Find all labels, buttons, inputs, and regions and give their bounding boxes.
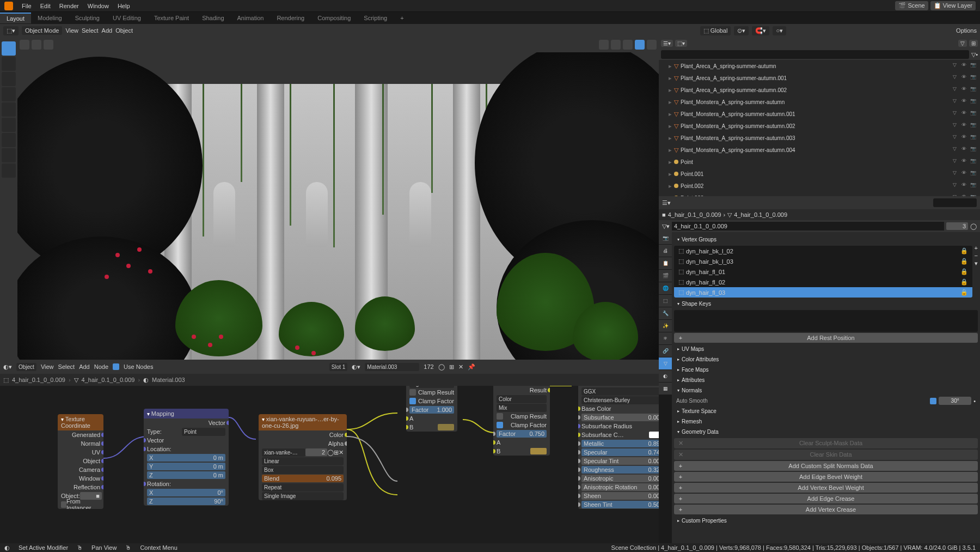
node-menu-add[interactable]: Add [79, 363, 90, 370]
toolbar-object[interactable]: Object [115, 27, 133, 34]
editor-type-icon[interactable]: ⬚▾ [3, 26, 19, 35]
add-vertex-crease-button[interactable]: +Add Vertex Crease [674, 505, 978, 514]
hide-render-icon[interactable]: 📷 [970, 146, 978, 154]
fake-user-icon[interactable]: ◯ [438, 363, 445, 371]
outliner-editor-icon[interactable]: ☰▾ [661, 40, 673, 47]
panel-remesh[interactable]: Remesh [674, 416, 978, 427]
hide-viewport-icon[interactable]: 👁 [961, 182, 969, 190]
crumb-material[interactable]: Material.003 [152, 377, 185, 383]
hide-render-icon[interactable]: 📷 [970, 194, 978, 196]
hide-viewport-icon[interactable]: 👁 [961, 62, 969, 70]
restrict-select-icon[interactable]: ▽ [953, 194, 960, 196]
material-users[interactable]: 172 [424, 363, 433, 370]
ptab-scene[interactable]: 🎬 [659, 270, 672, 282]
tab-sculpting[interactable]: Sculpting [69, 13, 106, 23]
node-canvas[interactable]: ▾ Texture Coordinate Generated Normal UV… [0, 386, 659, 543]
shape-keys-list[interactable] [674, 310, 978, 332]
tab-modeling[interactable]: Modeling [31, 13, 69, 23]
menu-edit[interactable]: Edit [36, 3, 55, 9]
vg-menu-icon[interactable]: ▾ [975, 260, 978, 267]
toolbar-options[interactable]: Options [956, 27, 977, 34]
hide-render-icon[interactable]: 📷 [970, 134, 978, 142]
hide-render-icon[interactable]: 📷 [970, 170, 978, 178]
toolbar-view[interactable]: View [65, 27, 78, 34]
restrict-select-icon[interactable]: ▽ [953, 170, 960, 178]
hide-viewport-icon[interactable]: 👁 [961, 146, 969, 154]
tab-uv-editing[interactable]: UV Editing [106, 13, 148, 23]
add-rest-position-button[interactable]: +Add Rest Position [674, 333, 978, 343]
outliner-item[interactable]: ▸Point.002▽👁📷 [659, 180, 980, 192]
node-mix[interactable]: ▾ Mix Result Color Mix Clamp Result Clam… [493, 386, 550, 456]
restrict-select-icon[interactable]: ▽ [953, 146, 960, 154]
wireframe-shading[interactable] [611, 40, 621, 50]
node-menu-select[interactable]: Select [58, 363, 75, 370]
scale-tool[interactable] [2, 102, 16, 117]
new-material-icon[interactable]: ⊞ [449, 363, 454, 371]
hide-viewport-icon[interactable]: 👁 [961, 170, 969, 178]
new-collection-icon[interactable]: ⊞ [969, 40, 978, 47]
node-mix-lighten[interactable]: Lighten Clamp Result Clamp Factor Factor… [406, 386, 457, 432]
vertex-group-item[interactable]: ⬚dyn_hair_bk_l_02🔒 [674, 246, 972, 256]
add-edge-crease-button[interactable]: +Add Edge Crease [674, 494, 978, 504]
props-name-input[interactable] [672, 222, 944, 230]
menu-window[interactable]: Window [83, 3, 113, 9]
restrict-select-icon[interactable]: ▽ [953, 122, 960, 130]
node-principled-bsdf[interactable]: BSDF GGX Christensen-Burley Base Color S… [578, 386, 659, 509]
outliner-item[interactable]: ▸▽Plant_Monstera_A_spring-summer-autumn▽… [659, 96, 980, 108]
overlays-icon[interactable] [44, 40, 53, 50]
hide-render-icon[interactable]: 📷 [970, 86, 978, 94]
annotate-tool[interactable] [2, 133, 16, 147]
restrict-select-icon[interactable]: ▽ [953, 86, 960, 94]
node-mapping[interactable]: ▾ Mapping Vector Type:Point Vector Locat… [144, 409, 229, 506]
solid-shading[interactable] [623, 40, 633, 50]
outliner-item[interactable]: ▸Point▽👁📷 [659, 156, 980, 168]
tab-shading[interactable]: Shading [195, 13, 230, 23]
unlink-material-icon[interactable]: ✕ [458, 363, 463, 371]
show-gizmo-icon[interactable] [32, 40, 41, 50]
rotate-tool[interactable] [2, 87, 16, 101]
rendered-shading[interactable] [647, 40, 657, 50]
restrict-select-icon[interactable]: ▽ [953, 134, 960, 142]
outliner-item[interactable]: ▸▽Plant_Areca_A_spring-summer-autumn.002… [659, 84, 980, 96]
object-mode-dropdown[interactable]: Object Mode [22, 26, 62, 35]
tab-compositing[interactable]: Compositing [311, 13, 357, 23]
node-menu-view[interactable]: View [41, 363, 54, 370]
material-browse-icon[interactable]: ◐▾ [352, 363, 360, 371]
panel-vertex-groups[interactable]: Vertex Groups [674, 234, 978, 245]
orientation-dropdown[interactable]: ⬚ Global [700, 26, 731, 35]
panel-shape-keys[interactable]: Shape Keys [674, 299, 978, 309]
ptab-constraints[interactable]: 🔗 [659, 345, 672, 357]
selectability-icon[interactable] [20, 40, 29, 50]
use-nodes-toggle[interactable] [113, 363, 119, 370]
measure-tool[interactable] [2, 148, 16, 162]
outliner-item[interactable]: ▸▽Plant_Monstera_A_spring-summer-autumn.… [659, 144, 980, 156]
ptab-material[interactable]: ◐ [659, 370, 672, 382]
transform-tool[interactable] [2, 118, 16, 132]
add-vertex-bevel-button[interactable]: +Add Vertex Bevel Weight [674, 483, 978, 493]
cursor-tool[interactable] [2, 57, 16, 71]
toolbar-add[interactable]: Add [102, 27, 113, 34]
hide-viewport-icon[interactable]: 👁 [961, 110, 969, 118]
viewport-canvas[interactable] [17, 52, 659, 360]
ptab-object[interactable]: ⬚ [659, 295, 672, 307]
slot-dropdown[interactable]: Slot 1 [329, 363, 348, 371]
filter-icon[interactable]: ▽ [958, 40, 967, 47]
hide-render-icon[interactable]: 📷 [970, 110, 978, 118]
hide-viewport-icon[interactable]: 👁 [961, 98, 969, 106]
panel-geometry-data[interactable]: Geometry Data [674, 427, 978, 437]
panel-attributes[interactable]: Attributes [674, 375, 978, 385]
ptab-render[interactable]: 📷 [659, 232, 672, 244]
vertex-group-list[interactable]: ⬚dyn_hair_bk_l_02🔒⬚dyn_hair_bk_l_03🔒⬚dyn… [674, 246, 972, 298]
tab-rendering[interactable]: Rendering [270, 13, 311, 23]
vg-add-icon[interactable]: + [975, 245, 978, 251]
menu-render[interactable]: Render [55, 3, 83, 9]
restrict-select-icon[interactable]: ▽ [953, 98, 960, 106]
auto-smooth-toggle[interactable] [930, 398, 936, 404]
material-name-input[interactable] [365, 363, 419, 371]
tab-add[interactable]: + [394, 13, 410, 23]
snap-toggle[interactable]: 🧲▾ [752, 26, 769, 35]
tab-texture-paint[interactable]: Texture Paint [148, 13, 195, 23]
ptab-physics[interactable]: ⚛ [659, 332, 672, 344]
select-box-tool[interactable] [2, 41, 16, 56]
vertex-group-item[interactable]: ⬚dyn_hair_fl_02🔒 [674, 277, 972, 287]
